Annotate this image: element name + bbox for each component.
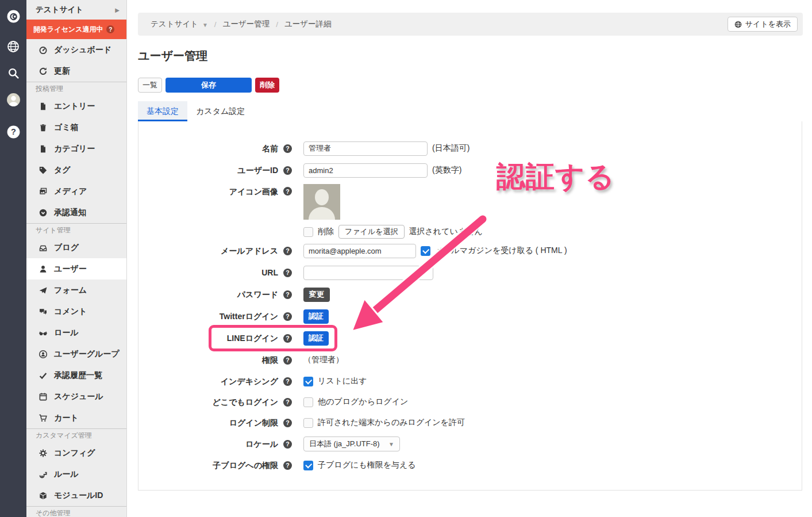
help-icon[interactable] — [283, 398, 292, 407]
sidebar-site-header[interactable]: テストサイト ▶ — [26, 0, 126, 20]
sidebar-item-form[interactable]: フォーム — [26, 279, 126, 301]
permission-value: （管理者） — [303, 355, 344, 365]
help-icon[interactable] — [283, 334, 292, 343]
indexing-checkbox[interactable] — [303, 377, 313, 386]
url-input[interactable] — [303, 266, 433, 280]
sidebar-item-user[interactable]: ユーザー — [26, 258, 126, 279]
sidebar-item-media[interactable]: メディア — [26, 181, 126, 202]
sidebar-item-entry[interactable]: エントリー — [26, 95, 126, 117]
sidebar-item-update[interactable]: 更新 — [26, 60, 126, 82]
tag-icon — [39, 166, 48, 175]
sidebar-item-approval-notice[interactable]: 承認通知 — [26, 202, 126, 223]
delete-image-checkbox[interactable] — [303, 227, 313, 237]
delete-button[interactable]: 削除 — [255, 78, 279, 93]
sidebar-item-label: カート — [54, 413, 79, 423]
field-label: アイコン画像 — [138, 187, 278, 196]
help-icon[interactable] — [283, 290, 292, 299]
child-blog-checkbox[interactable] — [303, 461, 313, 470]
sidebar-item-module-id[interactable]: モジュールID — [26, 485, 126, 506]
media-icon — [39, 187, 48, 196]
tab-bar: 基本設定 カスタム設定 — [138, 101, 802, 122]
paper-plane-icon — [39, 286, 48, 295]
sidebar-item-cart[interactable]: カート — [26, 407, 126, 428]
save-button[interactable]: 保存 — [166, 78, 252, 93]
user-avatar[interactable] — [6, 92, 21, 107]
help-icon[interactable]: ? — [106, 25, 114, 33]
cart-icon — [39, 413, 48, 423]
sidebar-item-category[interactable]: カテゴリー — [26, 138, 126, 159]
change-password-button[interactable]: 変更 — [303, 288, 330, 302]
approval-icon — [39, 208, 48, 217]
list-button[interactable]: 一覧 — [138, 78, 162, 93]
sidebar-item-label: ロール — [54, 328, 79, 338]
sidebar-item-config[interactable]: コンフィグ — [26, 442, 126, 464]
help-icon[interactable] — [283, 440, 292, 449]
help-icon[interactable] — [283, 356, 292, 365]
sidebar-item-label: フォーム — [54, 285, 87, 296]
chevron-down-icon: ▼ — [388, 441, 394, 447]
breadcrumb-user-admin[interactable]: ユーザー管理 — [223, 19, 270, 29]
sidebar-item-label: ルール — [54, 469, 79, 480]
form-row-twitter-login: Twitterログイン 認証 — [138, 305, 802, 327]
email-input[interactable] — [303, 244, 416, 258]
sidebar-section-site: サイト管理 — [26, 223, 126, 237]
line-auth-button[interactable]: 認証 — [303, 331, 329, 346]
view-site-button[interactable]: サイトを表示 — [728, 17, 798, 32]
help-icon[interactable] — [283, 187, 292, 196]
help-icon[interactable]: ? — [6, 124, 21, 139]
sidebar-item-role[interactable]: ロール — [26, 322, 126, 343]
sidebar-item-blog[interactable]: ブログ — [26, 237, 126, 258]
login-restriction-checkbox[interactable] — [303, 418, 313, 428]
sidebar-item-schedule[interactable]: スケジュール — [26, 386, 126, 407]
mail-magazine-checkbox[interactable] — [421, 246, 430, 256]
sidebar-item-dashboard[interactable]: ダッシュボード — [26, 39, 126, 60]
sidebar-item-usergroup[interactable]: ユーザーグループ — [26, 343, 126, 365]
field-label: どこでもログイン — [138, 397, 278, 407]
tab-basic-settings[interactable]: 基本設定 — [138, 101, 187, 121]
sidebar-item-approval-history[interactable]: 承認履歴一覧 — [26, 365, 126, 386]
sidebar-item-label: カテゴリー — [54, 144, 95, 154]
form-row-line-login: LINEログイン 認証 — [138, 327, 802, 349]
help-icon[interactable] — [283, 419, 292, 427]
calendar-icon — [39, 392, 48, 401]
pipe-icon — [39, 470, 48, 479]
field-label: ユーザーID — [138, 166, 278, 175]
license-banner: 開発ライセンス適用中 ? — [26, 20, 126, 39]
help-icon[interactable] — [283, 377, 292, 386]
sidebar-section-customize: カスタマイズ管理 — [26, 428, 126, 442]
help-icon[interactable] — [283, 312, 292, 321]
userid-input[interactable] — [303, 163, 428, 178]
login-anywhere-checkbox[interactable] — [303, 397, 313, 407]
breadcrumb-separator: / — [276, 20, 278, 29]
sidebar-item-rule[interactable]: ルール — [26, 464, 126, 485]
search-icon[interactable] — [6, 66, 21, 81]
sidebar: テストサイト ▶ 開発ライセンス適用中 ? ダッシュボード 更新 投稿管理 エン… — [26, 0, 127, 517]
field-label: ロケール — [138, 439, 278, 449]
comment-icon — [39, 307, 48, 316]
file-select-button[interactable]: ファイルを選択 — [338, 225, 405, 239]
sidebar-item-comment[interactable]: コメント — [26, 301, 126, 322]
sidebar-item-trash[interactable]: ゴミ箱 — [26, 117, 126, 138]
tab-custom-settings[interactable]: カスタム設定 — [187, 101, 253, 121]
license-banner-label: 開発ライセンス適用中 — [33, 25, 103, 35]
help-icon[interactable] — [283, 461, 292, 470]
page-icon — [39, 102, 48, 111]
breadcrumb-site[interactable]: テストサイト — [151, 19, 198, 29]
sidebar-item-label: ユーザー — [54, 264, 87, 274]
globe-icon[interactable] — [6, 39, 21, 54]
sidebar-item-label: ダッシュボード — [54, 45, 111, 55]
app-logo-icon[interactable] — [6, 9, 21, 24]
field-label: URL — [138, 268, 278, 277]
sidebar-item-tag[interactable]: タグ — [26, 159, 126, 181]
twitter-auth-button[interactable]: 認証 — [303, 309, 329, 324]
locale-select[interactable]: 日本語 (ja_JP.UTF-8) ▼ — [303, 436, 400, 451]
help-icon[interactable] — [283, 247, 292, 255]
help-icon[interactable] — [283, 166, 292, 175]
help-icon[interactable] — [283, 144, 292, 153]
user-group-icon — [39, 350, 48, 359]
sidebar-item-label: コンフィグ — [54, 448, 95, 458]
help-icon[interactable] — [283, 269, 292, 277]
sidebar-item-label: メディア — [54, 186, 87, 197]
user-icon — [39, 265, 48, 274]
name-input[interactable] — [303, 141, 428, 156]
